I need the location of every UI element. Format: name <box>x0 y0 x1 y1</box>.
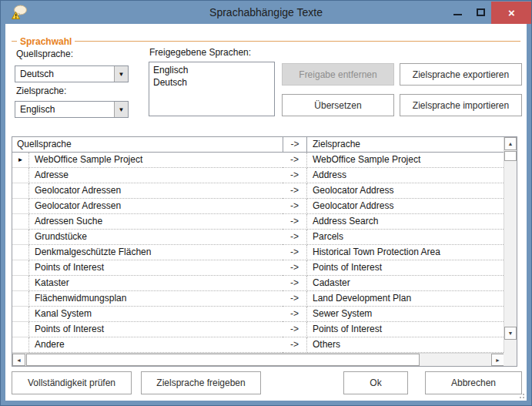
vollstaendigkeit-pruefen-button[interactable]: Vollständigkeit prüfen <box>12 371 132 394</box>
row-selector[interactable] <box>12 307 29 322</box>
freigabe-entfernen-button[interactable]: Freigabe entfernen <box>282 63 394 86</box>
scroll-up-button[interactable]: ▲ <box>504 137 517 150</box>
arrow-cell: -> <box>283 168 307 183</box>
column-header-quellsprache[interactable]: Quellsprache <box>12 137 283 152</box>
close-button[interactable]: × <box>491 2 532 24</box>
arrow-cell: -> <box>283 153 307 168</box>
group-line-left <box>12 41 17 42</box>
target-text-cell[interactable]: Address Search <box>307 214 504 230</box>
target-text-cell[interactable]: Geolocator Address <box>307 199 504 214</box>
scroll-left-icon: ◄ <box>16 357 22 363</box>
list-item[interactable]: Deutsch <box>149 76 274 89</box>
table-row: Denkmalgeschützte Flächen->Historical To… <box>12 245 504 260</box>
ok-button[interactable]: Ok <box>343 371 408 394</box>
target-text-cell[interactable]: Points of Interest <box>307 322 504 337</box>
target-text-cell[interactable]: Points of Interest <box>307 260 504 276</box>
target-text-cell[interactable]: Cadaster <box>307 276 504 291</box>
source-text-cell[interactable]: Geolocator Adressen <box>29 199 283 214</box>
dialog-window: Sprachabhängige Texte × Sprachwahl Quell… <box>0 0 532 406</box>
source-text-cell[interactable]: Flächenwidmungsplan <box>29 291 283 307</box>
row-selector[interactable] <box>12 245 29 260</box>
minimize-icon <box>453 14 462 15</box>
source-text-cell[interactable]: Adresse <box>29 168 283 183</box>
row-selector[interactable] <box>12 260 29 276</box>
row-selector[interactable] <box>12 230 29 245</box>
table-row: Geolocator Adressen->Geolocator Address <box>12 183 504 199</box>
source-text-cell[interactable]: Kanal System <box>29 307 283 322</box>
zielsprache-importieren-button[interactable]: Zielsprache importieren <box>400 94 522 116</box>
table-row: Kataster->Cadaster <box>12 276 504 291</box>
zielsprache-freigeben-button[interactable]: Zielsprache freigeben <box>141 371 261 394</box>
maximize-icon <box>477 8 485 16</box>
source-text-cell[interactable]: Kataster <box>29 276 283 291</box>
source-text-cell[interactable]: Andere <box>29 337 283 353</box>
row-selector[interactable] <box>12 337 29 353</box>
row-selector[interactable] <box>12 276 29 291</box>
arrow-cell: -> <box>283 291 307 307</box>
quellsprache-value: Deutsch <box>15 66 114 82</box>
close-icon: × <box>508 6 515 19</box>
target-text-cell[interactable]: Land Development Plan <box>307 291 504 307</box>
arrow-cell: -> <box>283 307 307 322</box>
arrow-cell: -> <box>283 322 307 337</box>
zielsprache-select[interactable]: Englisch ▼ <box>15 101 129 118</box>
minimize-button[interactable] <box>446 1 469 24</box>
quellsprache-select[interactable]: Deutsch ▼ <box>15 65 129 82</box>
table-row: Adressen Suche->Address Search <box>12 214 504 230</box>
sprachwahl-group-label: Sprachwahl <box>19 36 75 47</box>
list-item[interactable]: Englisch <box>149 64 274 76</box>
source-text-cell[interactable]: Points of Interest <box>29 322 283 337</box>
source-text-cell[interactable]: Geolocator Adressen <box>29 183 283 199</box>
column-header-zielsprache[interactable]: Zielsprache <box>307 137 504 152</box>
uebersetzen-button[interactable]: Übersetzen <box>282 94 394 116</box>
target-text-cell[interactable]: Geolocator Address <box>307 183 504 199</box>
target-text-cell[interactable]: WebOffice Sample Project <box>307 153 504 168</box>
row-selector[interactable] <box>12 183 29 199</box>
row-selector[interactable] <box>12 168 29 183</box>
translation-table: Quellsprache -> Zielsprache ►WebOffice S… <box>12 136 517 367</box>
row-selector-current[interactable]: ► <box>12 153 29 168</box>
scroll-left-button[interactable]: ◄ <box>12 354 25 366</box>
target-text-cell[interactable]: Sewer System <box>307 307 504 322</box>
table-row: Points of Interest->Points of Interest <box>12 322 504 337</box>
resize-grip[interactable] <box>517 391 524 398</box>
source-text-cell[interactable]: Adressen Suche <box>29 214 283 230</box>
dialog-body: Sprachwahl Quellsprache: Deutsch ▼ Ziels… <box>5 24 527 401</box>
column-header-arrow[interactable]: -> <box>283 137 307 152</box>
quellsprache-dropdown-button[interactable]: ▼ <box>114 66 128 82</box>
row-selector[interactable] <box>12 214 29 230</box>
chevron-down-icon: ▼ <box>119 71 125 78</box>
row-selector[interactable] <box>12 291 29 307</box>
horizontal-scrollbar-thumb[interactable] <box>26 354 420 366</box>
freigegebene-sprachen-listbox[interactable]: Englisch Deutsch <box>149 62 275 116</box>
table-row: Kanal System->Sewer System <box>12 307 504 322</box>
table-row: Points of Interest->Points of Interest <box>12 260 504 276</box>
vertical-scrollbar[interactable]: ▲ ▼ <box>504 137 517 353</box>
vertical-scrollbar-thumb[interactable] <box>504 151 517 161</box>
source-text-cell[interactable]: WebOffice Sample Project <box>29 153 283 168</box>
chevron-down-icon: ▼ <box>119 106 125 113</box>
target-text-cell[interactable]: Address <box>307 168 504 183</box>
target-text-cell[interactable]: Others <box>307 337 504 353</box>
abbrechen-button[interactable]: Abbrechen <box>425 371 522 394</box>
row-selector[interactable] <box>12 322 29 337</box>
zielsprache-label: Zielsprache: <box>16 86 66 96</box>
target-text-cell[interactable]: Historical Town Protection Area <box>307 245 504 260</box>
source-text-cell[interactable]: Denkmalgeschützte Flächen <box>29 245 283 260</box>
row-selector[interactable] <box>12 199 29 214</box>
translation-grid: Quellsprache -> Zielsprache ►WebOffice S… <box>12 137 504 353</box>
table-row: ►WebOffice Sample Project->WebOffice Sam… <box>12 153 504 168</box>
scroll-right-button[interactable]: ► <box>491 354 504 366</box>
target-text-cell[interactable]: Parcels <box>307 230 504 245</box>
quellsprache-label: Quellsprache: <box>16 49 73 59</box>
table-row: Adresse->Address <box>12 168 504 183</box>
titlebar[interactable]: Sprachabhängige Texte × <box>1 1 531 24</box>
source-text-cell[interactable]: Grundstücke <box>29 230 283 245</box>
horizontal-scrollbar[interactable]: ◄ ► <box>12 353 505 366</box>
zielsprache-exportieren-button[interactable]: Zielsprache exportieren <box>400 63 522 86</box>
scroll-down-button[interactable]: ▼ <box>504 327 517 340</box>
table-row: Andere->Others <box>12 337 504 353</box>
zielsprache-dropdown-button[interactable]: ▼ <box>114 102 128 117</box>
source-text-cell[interactable]: Points of Interest <box>29 260 283 276</box>
maximize-button[interactable] <box>469 1 492 24</box>
